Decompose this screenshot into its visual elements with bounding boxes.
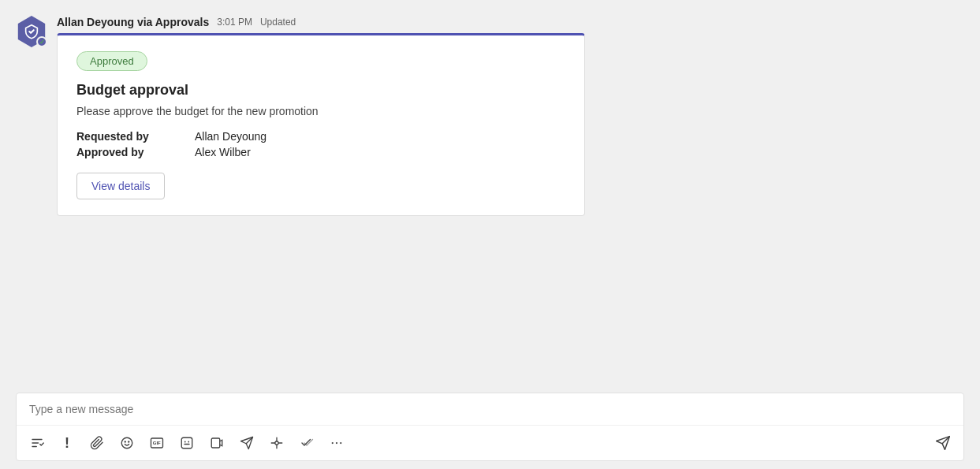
status-badge: Approved — [76, 51, 147, 71]
message-input[interactable] — [17, 393, 963, 425]
svg-text:GIF: GIF — [153, 441, 161, 445]
message-time: 3:01 PM — [217, 17, 252, 28]
requested-by-value: Allan Deyoung — [195, 130, 565, 143]
svg-point-0 — [121, 437, 132, 449]
card-fields: Requested by Allan Deyoung Approved by A… — [76, 130, 565, 158]
gif-icon[interactable]: GIF — [144, 430, 170, 456]
svg-point-7 — [188, 441, 189, 443]
more-options-icon[interactable] — [324, 430, 349, 456]
sticker-icon[interactable] — [174, 430, 199, 456]
message-toolbar: ! GIF — [17, 425, 963, 460]
svg-rect-5 — [181, 437, 192, 449]
svg-point-10 — [332, 442, 333, 444]
svg-rect-8 — [211, 438, 220, 448]
send-scheduled-icon[interactable] — [234, 430, 259, 456]
requested-by-label: Requested by — [76, 130, 195, 143]
message-input-box: ! GIF — [16, 393, 964, 461]
card-title: Budget approval — [76, 82, 565, 99]
attach-icon[interactable] — [84, 430, 110, 456]
view-details-button[interactable]: View details — [76, 173, 165, 199]
approval-card: Approved Budget approval Please approve … — [57, 33, 585, 216]
loop-icon[interactable] — [264, 430, 289, 456]
important-icon[interactable]: ! — [54, 430, 80, 456]
svg-point-12 — [340, 442, 341, 444]
avatar: ✓ — [16, 16, 47, 47]
svg-point-11 — [336, 442, 337, 444]
card-description: Please approve the budget for the new pr… — [76, 105, 565, 117]
chat-area: ✓ Allan Deyoung via Approvals 3:01 PM Up… — [0, 0, 980, 393]
svg-point-2 — [129, 441, 129, 442]
sender-name: Allan Deyoung via Approvals — [57, 16, 209, 28]
avatar-status-badge: ✓ — [36, 36, 47, 47]
send-button[interactable] — [930, 430, 956, 456]
meeting-icon[interactable] — [204, 430, 229, 456]
message-container: Allan Deyoung via Approvals 3:01 PM Upda… — [57, 16, 964, 385]
svg-point-1 — [125, 441, 125, 442]
approved-by-label: Approved by — [76, 146, 195, 158]
emoji-icon[interactable] — [114, 430, 140, 456]
svg-point-6 — [184, 441, 186, 443]
format-icon[interactable] — [24, 430, 50, 456]
message-input-area: ! GIF — [0, 393, 980, 469]
approvals-toolbar-icon[interactable] — [294, 430, 319, 456]
message-updated: Updated — [260, 17, 296, 28]
message-header: Allan Deyoung via Approvals 3:01 PM Upda… — [57, 16, 964, 28]
approved-by-value: Alex Wilber — [195, 146, 565, 158]
